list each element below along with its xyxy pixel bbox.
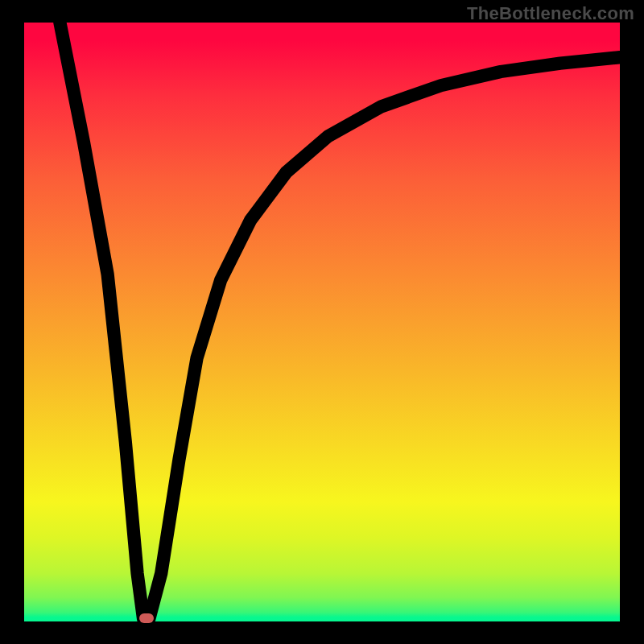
bottleneck-curve [24,23,620,621]
plot-area [24,23,620,621]
chart-frame: TheBottleneck.com [0,0,644,644]
optimum-marker [139,613,154,623]
watermark-text: TheBottleneck.com [467,3,634,24]
